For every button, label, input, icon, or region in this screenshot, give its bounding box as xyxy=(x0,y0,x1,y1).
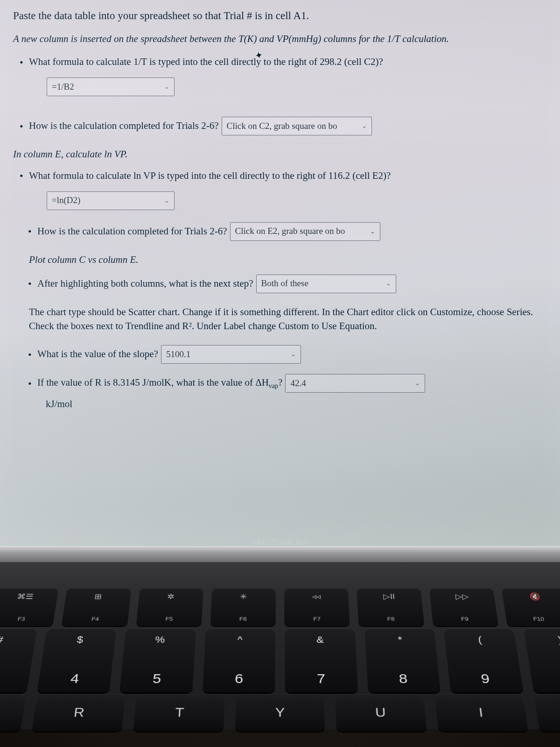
fn-key: ⌘☰F3 xyxy=(0,588,59,626)
letter-key: T xyxy=(133,694,225,731)
trials-c-select[interactable]: Click on C2, grab square on bo ⌄ xyxy=(222,117,372,135)
chevron-down-icon: ⌄ xyxy=(370,227,375,236)
number-key: *8 xyxy=(364,628,441,692)
fn-key: ▷▷F9 xyxy=(429,588,498,626)
chevron-down-icon: ⌄ xyxy=(415,379,420,388)
intro-text: A new column is inserted on the spreadsh… xyxy=(13,32,547,46)
number-key: #3 xyxy=(0,628,37,692)
question-3: What formula to calculate ln VP is typed… xyxy=(29,169,547,183)
formula-1t-value: =1/B2 xyxy=(52,81,74,93)
question-7: If the value of R is 8.3145 J/molK, what… xyxy=(37,374,547,393)
number-key: (9 xyxy=(444,628,524,692)
trials-c-value: Click on C2, grab square on bo xyxy=(227,120,337,133)
letter-key: O xyxy=(534,694,560,731)
fn-key: ⊞F4 xyxy=(62,588,131,626)
slope-select[interactable]: 5100.1 ⌄ xyxy=(161,345,301,364)
function-key-row: ⌘☰F3⊞F4✲F5✳F6◃◃F7▷IIF8▷▷F9🔇F10 xyxy=(0,588,560,626)
fn-key: 🔇F10 xyxy=(501,588,560,626)
question-2: How is the calculation completed for Tri… xyxy=(29,117,547,135)
chevron-down-icon: ⌄ xyxy=(386,279,391,288)
question-3-text: What formula to calculate ln VP is typed… xyxy=(29,169,391,183)
question-6: What is the value of the slope? 5100.1 ⌄ xyxy=(37,345,547,364)
number-key: )0 xyxy=(523,628,560,692)
next-step-select[interactable]: Both of these ⌄ xyxy=(256,275,396,293)
slope-value: 5100.1 xyxy=(166,348,190,361)
chevron-down-icon: ⌄ xyxy=(291,350,296,359)
hvap-select[interactable]: 42.4 ⌄ xyxy=(285,374,425,393)
question-4-text: How is the calculation completed for Tri… xyxy=(37,225,227,239)
letter-key: I xyxy=(434,694,528,731)
chevron-down-icon: ⌄ xyxy=(362,122,367,130)
number-key: &7 xyxy=(285,628,357,692)
keyboard-deck: ⌘☰F3⊞F4✲F5✳F6◃◃F7▷IIF8▷▷F9🔇F10 #3$4%5^6&… xyxy=(0,562,560,729)
letter-key-row: ERTYUIO xyxy=(0,694,560,731)
number-key: $4 xyxy=(36,628,116,692)
letter-key: Y xyxy=(235,694,325,731)
fn-key: ◃◃F7 xyxy=(284,588,350,626)
column-e-heading: In column E, calculate ln VP. xyxy=(13,148,547,162)
question-6-text: What is the value of the slope? xyxy=(37,347,158,361)
laptop-brand: MacBook Air xyxy=(0,536,560,547)
trials-e-select[interactable]: Click on E2, grab square on bo ⌄ xyxy=(230,222,380,241)
page-title: Paste the data table into your spreadshe… xyxy=(13,8,547,24)
formula-1t-select[interactable]: =1/B2 ⌄ xyxy=(47,78,175,96)
question-2-text: How is the calculation completed for Tri… xyxy=(29,119,219,133)
question-5-text: After highlighting both columns, what is… xyxy=(37,277,253,291)
formula-lnvp-select[interactable]: =ln(D2) ⌄ xyxy=(47,191,175,210)
scatter-instructions: The chart type should be Scatter chart. … xyxy=(29,305,543,333)
hvap-unit: kJ/mol xyxy=(46,397,547,411)
number-key-row: #3$4%5^6&7*8(9)0 xyxy=(0,628,560,692)
question-7-text: If the value of R is 8.3145 J/molK, what… xyxy=(37,376,282,391)
fn-key: ✳F6 xyxy=(210,588,276,626)
letter-key: E xyxy=(0,694,26,731)
chevron-down-icon: ⌄ xyxy=(164,197,169,205)
question-5: After highlighting both columns, what is… xyxy=(37,275,547,293)
letter-key: R xyxy=(32,694,126,731)
question-4: How is the calculation completed for Tri… xyxy=(37,222,547,241)
plot-heading: Plot column C vs column E. xyxy=(29,253,547,267)
laptop-hinge: MacBook Air xyxy=(0,546,560,563)
question-1: What formula to calculate 1/T is typed i… xyxy=(29,55,547,69)
fn-key: ▷IIF8 xyxy=(357,588,424,626)
laptop-photo: ✦ Paste the data table into your spreads… xyxy=(0,0,560,747)
number-key: ^6 xyxy=(202,628,275,692)
next-step-value: Both of these xyxy=(261,277,308,290)
trials-e-value: Click on E2, grab square on bo xyxy=(235,225,345,238)
fn-key: ✲F5 xyxy=(136,588,203,626)
chevron-down-icon: ⌄ xyxy=(164,83,169,91)
formula-lnvp-value: =ln(D2) xyxy=(52,194,80,207)
number-key: %5 xyxy=(119,628,196,692)
question-1-text: What formula to calculate 1/T is typed i… xyxy=(29,55,383,69)
letter-key: U xyxy=(335,694,427,731)
screen-content: ✦ Paste the data table into your spreads… xyxy=(0,0,560,548)
hvap-value: 42.4 xyxy=(290,377,306,390)
